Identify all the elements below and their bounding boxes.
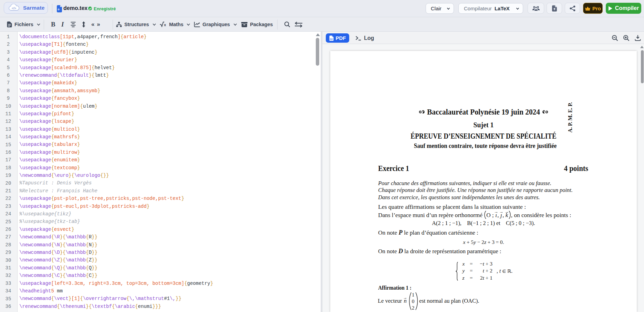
svg-text:</>: </> [12, 7, 16, 10]
svg-text:x: x [164, 23, 166, 27]
svg-text:o: o [58, 8, 59, 11]
svg-text:PDF: PDF [330, 38, 333, 40]
